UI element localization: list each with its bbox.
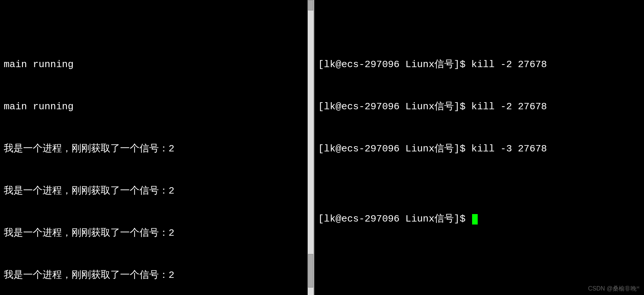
output-line: 我是一个进程，刚刚获取了一个信号：2 <box>4 226 310 241</box>
scrollbar-thumb[interactable] <box>308 0 313 10</box>
prompt-line[interactable]: [lk@ecs-297096 Liunx信号]$ <box>318 212 640 226</box>
output-line: main running <box>4 58 310 72</box>
output-line: 我是一个进程，刚刚获取了一个信号：2 <box>4 184 310 198</box>
terminal-right-pane[interactable]: [lk@ecs-297096 Liunx信号]$ kill -2 27678 [… <box>314 0 644 295</box>
scrollbar-left[interactable] <box>308 0 314 295</box>
terminal-left-pane[interactable]: main running main running 我是一个进程，刚刚获取了一个… <box>0 0 314 295</box>
terminal-right-output: [lk@ecs-297096 Liunx信号]$ kill -2 27678 [… <box>318 29 640 254</box>
output-line: [lk@ecs-297096 Liunx信号]$ kill -2 27678 <box>318 100 640 114</box>
cursor-icon <box>472 214 478 225</box>
scrollbar-thumb[interactable] <box>308 254 313 288</box>
output-line: 我是一个进程，刚刚获取了一个信号：2 <box>4 269 310 283</box>
output-line: main running <box>4 100 310 114</box>
terminal-left-output: main running main running 我是一个进程，刚刚获取了一个… <box>4 29 310 295</box>
shell-prompt: [lk@ecs-297096 Liunx信号]$ <box>318 213 471 225</box>
output-line: [lk@ecs-297096 Liunx信号]$ kill -3 27678 <box>318 142 640 156</box>
watermark-text: CSDN @桑榆非晚ᴴ <box>588 285 640 293</box>
output-line: [lk@ecs-297096 Liunx信号]$ kill -2 27678 <box>318 58 640 72</box>
output-line: 我是一个进程，刚刚获取了一个信号：2 <box>4 142 310 156</box>
